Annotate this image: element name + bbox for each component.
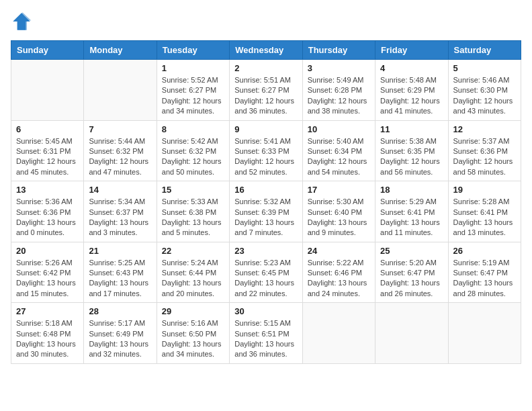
calendar-table: SundayMondayTuesdayWednesdayThursdayFrid… [11,40,521,364]
day-number: 14 [89,185,151,195]
day-number: 26 [453,246,516,256]
day-info: Sunrise: 5:15 AMSunset: 6:51 PMDaylight:… [234,318,297,360]
calendar-cell [11,60,84,121]
day-number: 28 [89,306,151,316]
week-row-5: 27Sunrise: 5:18 AMSunset: 6:48 PMDayligh… [11,303,521,364]
calendar-cell: 1Sunrise: 5:52 AMSunset: 6:27 PMDaylight… [157,60,229,121]
week-row-1: 1Sunrise: 5:52 AMSunset: 6:27 PMDaylight… [11,60,521,121]
calendar-cell [84,60,157,121]
calendar-cell: 22Sunrise: 5:24 AMSunset: 6:44 PMDayligh… [157,242,229,303]
day-info: Sunrise: 5:16 AMSunset: 6:50 PMDaylight:… [162,318,224,360]
calendar-cell [302,303,375,364]
day-info: Sunrise: 5:40 AMSunset: 6:34 PMDaylight:… [308,136,370,178]
day-info: Sunrise: 5:51 AMSunset: 6:27 PMDaylight:… [234,75,297,117]
weekday-header-monday: Monday [84,41,157,60]
day-info: Sunrise: 5:41 AMSunset: 6:33 PMDaylight:… [234,136,297,178]
calendar-cell: 28Sunrise: 5:17 AMSunset: 6:49 PMDayligh… [84,303,157,364]
day-number: 21 [89,246,151,256]
day-info: Sunrise: 5:29 AMSunset: 6:41 PMDaylight:… [380,197,443,238]
day-info: Sunrise: 5:49 AMSunset: 6:28 PMDaylight:… [308,75,370,117]
day-number: 15 [162,185,224,195]
calendar-cell: 13Sunrise: 5:36 AMSunset: 6:36 PMDayligh… [11,181,84,242]
day-number: 24 [308,246,370,256]
day-info: Sunrise: 5:52 AMSunset: 6:27 PMDaylight:… [162,75,224,117]
calendar-cell: 19Sunrise: 5:28 AMSunset: 6:41 PMDayligh… [448,181,521,242]
day-number: 22 [162,246,224,256]
weekday-header-sunday: Sunday [11,41,84,60]
day-info: Sunrise: 5:34 AMSunset: 6:37 PMDaylight:… [89,197,151,238]
day-number: 1 [162,63,224,73]
day-info: Sunrise: 5:45 AMSunset: 6:31 PMDaylight:… [16,136,79,178]
day-number: 23 [234,246,297,256]
day-number: 29 [162,306,224,316]
calendar-cell: 21Sunrise: 5:25 AMSunset: 6:43 PMDayligh… [84,242,157,303]
day-number: 30 [234,306,297,316]
day-number: 12 [453,124,516,134]
weekday-header-friday: Friday [375,41,448,60]
day-number: 4 [380,63,443,73]
day-info: Sunrise: 5:23 AMSunset: 6:45 PMDaylight:… [234,258,297,300]
calendar-cell: 3Sunrise: 5:49 AMSunset: 6:28 PMDaylight… [302,60,375,121]
calendar-cell: 9Sunrise: 5:41 AMSunset: 6:33 PMDaylight… [230,120,302,181]
calendar-cell: 14Sunrise: 5:34 AMSunset: 6:37 PMDayligh… [84,181,157,242]
day-info: Sunrise: 5:44 AMSunset: 6:32 PMDaylight:… [89,136,151,178]
calendar-cell: 29Sunrise: 5:16 AMSunset: 6:50 PMDayligh… [157,303,229,364]
day-info: Sunrise: 5:32 AMSunset: 6:39 PMDaylight:… [234,197,297,238]
day-number: 13 [16,185,79,195]
weekday-header-wednesday: Wednesday [230,41,302,60]
day-number: 9 [234,124,297,134]
calendar-cell: 26Sunrise: 5:19 AMSunset: 6:47 PMDayligh… [448,242,521,303]
weekday-header-saturday: Saturday [448,41,521,60]
calendar-cell [448,303,521,364]
week-row-4: 20Sunrise: 5:26 AMSunset: 6:42 PMDayligh… [11,242,521,303]
day-info: Sunrise: 5:25 AMSunset: 6:43 PMDaylight:… [89,258,151,300]
calendar-cell: 6Sunrise: 5:45 AMSunset: 6:31 PMDaylight… [11,120,84,181]
calendar-cell: 8Sunrise: 5:42 AMSunset: 6:32 PMDaylight… [157,120,229,181]
day-number: 3 [308,63,370,73]
calendar-cell: 17Sunrise: 5:30 AMSunset: 6:40 PMDayligh… [302,181,375,242]
day-info: Sunrise: 5:36 AMSunset: 6:36 PMDaylight:… [16,197,79,238]
day-number: 27 [16,306,79,316]
page-header [11,11,521,32]
day-info: Sunrise: 5:37 AMSunset: 6:36 PMDaylight:… [453,136,516,178]
day-info: Sunrise: 5:33 AMSunset: 6:38 PMDaylight:… [162,197,224,238]
calendar-cell: 2Sunrise: 5:51 AMSunset: 6:27 PMDaylight… [230,60,302,121]
calendar-cell [375,303,448,364]
week-row-3: 13Sunrise: 5:36 AMSunset: 6:36 PMDayligh… [11,181,521,242]
week-row-2: 6Sunrise: 5:45 AMSunset: 6:31 PMDaylight… [11,120,521,181]
calendar-cell: 27Sunrise: 5:18 AMSunset: 6:48 PMDayligh… [11,303,84,364]
logo [11,11,35,32]
day-info: Sunrise: 5:17 AMSunset: 6:49 PMDaylight:… [89,318,151,360]
day-info: Sunrise: 5:20 AMSunset: 6:47 PMDaylight:… [380,258,443,300]
day-info: Sunrise: 5:28 AMSunset: 6:41 PMDaylight:… [453,197,516,238]
calendar-cell: 10Sunrise: 5:40 AMSunset: 6:34 PMDayligh… [302,120,375,181]
day-info: Sunrise: 5:38 AMSunset: 6:35 PMDaylight:… [380,136,443,178]
day-number: 25 [380,246,443,256]
calendar-cell: 5Sunrise: 5:46 AMSunset: 6:30 PMDaylight… [448,60,521,121]
weekday-header-thursday: Thursday [302,41,375,60]
day-number: 10 [308,124,370,134]
weekday-header-tuesday: Tuesday [157,41,229,60]
day-info: Sunrise: 5:19 AMSunset: 6:47 PMDaylight:… [453,258,516,300]
calendar-cell: 11Sunrise: 5:38 AMSunset: 6:35 PMDayligh… [375,120,448,181]
day-number: 6 [16,124,79,134]
day-number: 2 [234,63,297,73]
day-number: 20 [16,246,79,256]
calendar-cell: 15Sunrise: 5:33 AMSunset: 6:38 PMDayligh… [157,181,229,242]
day-info: Sunrise: 5:26 AMSunset: 6:42 PMDaylight:… [16,258,79,300]
weekday-header-row: SundayMondayTuesdayWednesdayThursdayFrid… [11,41,521,60]
day-number: 17 [308,185,370,195]
day-info: Sunrise: 5:22 AMSunset: 6:46 PMDaylight:… [308,258,370,300]
day-info: Sunrise: 5:30 AMSunset: 6:40 PMDaylight:… [308,197,370,238]
day-number: 19 [453,185,516,195]
calendar-cell: 12Sunrise: 5:37 AMSunset: 6:36 PMDayligh… [448,120,521,181]
day-info: Sunrise: 5:18 AMSunset: 6:48 PMDaylight:… [16,318,79,360]
calendar-cell: 7Sunrise: 5:44 AMSunset: 6:32 PMDaylight… [84,120,157,181]
day-info: Sunrise: 5:42 AMSunset: 6:32 PMDaylight:… [162,136,224,178]
day-number: 5 [453,63,516,73]
calendar-cell: 16Sunrise: 5:32 AMSunset: 6:39 PMDayligh… [230,181,302,242]
day-info: Sunrise: 5:48 AMSunset: 6:29 PMDaylight:… [380,75,443,117]
calendar-cell: 4Sunrise: 5:48 AMSunset: 6:29 PMDaylight… [375,60,448,121]
logo-icon [11,11,32,32]
day-number: 7 [89,124,151,134]
